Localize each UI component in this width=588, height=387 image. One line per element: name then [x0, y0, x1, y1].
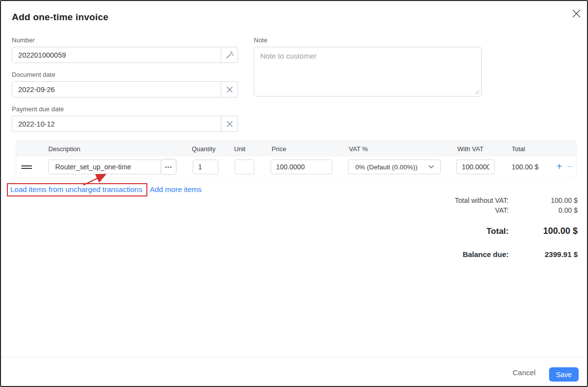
- vat-row: VAT: 0.00 $: [420, 206, 578, 214]
- chevron-down-icon: [428, 165, 434, 169]
- document-date-input[interactable]: [12, 81, 221, 97]
- payment-due-date-input[interactable]: [12, 116, 221, 132]
- add-more-items-link[interactable]: Add more items: [150, 185, 202, 194]
- document-date-field: Document date: [12, 71, 238, 97]
- note-field: Note: [254, 36, 482, 98]
- grand-total-label: Total:: [420, 226, 509, 236]
- balance-due-label: Balance due:: [420, 250, 509, 258]
- table-row: ••• 0% (Default (0.00%)) 100.00 $ + −: [16, 157, 576, 178]
- total-without-vat-label: Total without VAT:: [420, 196, 509, 206]
- item-options-button[interactable]: •••: [161, 159, 176, 175]
- item-price-input[interactable]: [271, 160, 332, 174]
- vat-value: 0.00 $: [509, 206, 578, 214]
- col-header-description: Description: [48, 141, 80, 157]
- item-total-value: 100.00 $: [512, 157, 539, 178]
- col-header-with-vat: With VAT: [457, 141, 484, 157]
- note-label: Note: [254, 36, 482, 44]
- close-button[interactable]: [568, 5, 585, 22]
- totals-summary: Total without VAT: 100.00 $ VAT: 0.00 $ …: [420, 196, 578, 258]
- number-input[interactable]: [12, 47, 221, 63]
- number-label: Number: [12, 36, 238, 44]
- remove-row-button[interactable]: −: [567, 157, 573, 177]
- col-header-vat: VAT %: [349, 141, 368, 157]
- resize-handle-icon[interactable]: [475, 90, 480, 95]
- invoice-items-table: Description Quantity Unit Price VAT % Wi…: [16, 140, 577, 178]
- clear-payment-due-date-button[interactable]: [221, 116, 238, 132]
- magic-wand-icon: [225, 51, 234, 60]
- clear-x-icon: [226, 86, 233, 93]
- document-date-label: Document date: [12, 71, 238, 78]
- vat-label: VAT:: [420, 206, 509, 214]
- items-table-header: Description Quantity Unit Price VAT % Wi…: [16, 141, 576, 157]
- load-items-from-uncharged-transactions-link[interactable]: Load items from uncharged transactions: [10, 185, 142, 194]
- balance-due-value: 2399.91 $: [509, 250, 578, 258]
- clear-x-icon: [226, 121, 233, 128]
- number-field: Number: [12, 36, 238, 63]
- clear-document-date-button[interactable]: [221, 81, 238, 97]
- vat-selected-value: 0% (Default (0.00%)): [355, 163, 424, 171]
- ellipsis-icon: •••: [165, 164, 173, 170]
- total-without-vat-row: Total without VAT: 100.00 $: [420, 196, 578, 206]
- add-one-time-invoice-dialog: Add one-time invoice Number Note: [0, 0, 588, 387]
- balance-due-row: Balance due: 2399.91 $: [420, 250, 578, 258]
- col-header-unit: Unit: [234, 141, 245, 157]
- item-unit-input[interactable]: [235, 160, 254, 174]
- item-description-input[interactable]: [48, 160, 163, 174]
- item-with-vat-input[interactable]: [456, 160, 495, 174]
- page-title: Add one-time invoice: [12, 12, 108, 23]
- generate-number-button[interactable]: [221, 47, 238, 63]
- item-vat-select[interactable]: 0% (Default (0.00%)): [348, 160, 441, 174]
- add-row-button[interactable]: +: [556, 157, 562, 177]
- col-header-quantity: Quantity: [192, 141, 215, 157]
- payment-due-date-field: Payment due date: [12, 105, 238, 132]
- item-quantity-input[interactable]: [193, 160, 218, 174]
- footer-divider: [1, 357, 587, 357]
- col-header-total: Total: [512, 141, 525, 157]
- payment-due-date-label: Payment due date: [12, 105, 238, 113]
- col-header-price: Price: [272, 141, 286, 157]
- drag-handle-icon[interactable]: [21, 163, 32, 171]
- total-without-vat-value: 100.00 $: [509, 196, 578, 206]
- grand-total-row: Total: 100.00 $: [420, 226, 578, 236]
- note-textarea[interactable]: [254, 47, 482, 97]
- grand-total-value: 100.00 $: [509, 226, 578, 236]
- save-button[interactable]: Save: [549, 367, 579, 382]
- close-icon: [572, 9, 581, 18]
- cancel-button[interactable]: Cancel: [513, 368, 536, 377]
